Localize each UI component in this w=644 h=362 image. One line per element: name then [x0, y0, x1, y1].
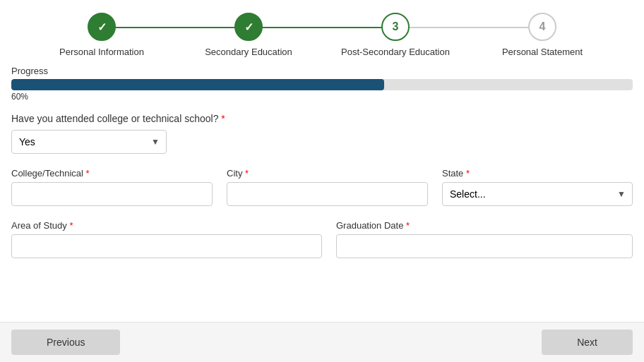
progress-label: Progress — [11, 66, 633, 76]
city-field: City * — [227, 168, 428, 206]
step-number-4: 4 — [539, 20, 546, 33]
grad-label: Graduation Date * — [336, 220, 633, 231]
stepper: ✓ Personal Information ✓ Secondary Educa… — [0, 0, 644, 66]
stepper-item-2: ✓ Secondary Education — [175, 13, 322, 57]
footer: Previous Next — [0, 322, 644, 362]
college-field: College/Technical * — [11, 168, 213, 206]
state-label: State * — [442, 168, 633, 179]
checkmark-icon-2: ✓ — [244, 20, 254, 34]
college-city-state-row: College/Technical * City * State * Selec… — [11, 168, 633, 206]
next-button[interactable]: Next — [542, 330, 633, 355]
college-input[interactable] — [11, 182, 213, 206]
progress-section: Progress 60% — [11, 66, 633, 102]
attendance-question-text: Have you attended college or technical s… — [11, 113, 218, 124]
stepper-item-4: 4 Personal Statement — [469, 13, 616, 57]
area-label: Area of Study * — [11, 220, 322, 231]
step-circle-2: ✓ — [234, 13, 263, 41]
college-label: College/Technical * — [11, 168, 213, 179]
progress-bar-fill — [11, 79, 384, 90]
stepper-item-3: 3 Post-Secondary Education — [322, 13, 469, 57]
attendance-select[interactable]: Yes No — [11, 130, 167, 154]
area-field: Area of Study * — [11, 220, 322, 258]
attendance-select-wrapper[interactable]: Yes No ▼ — [11, 130, 167, 154]
progress-percent-label: 60% — [11, 92, 633, 102]
step-label-2: Secondary Education — [205, 47, 292, 57]
step-circle-4: 4 — [528, 13, 556, 41]
step-label-3: Post-Secondary Education — [341, 47, 450, 57]
step-label-1: Personal Information — [59, 47, 144, 57]
area-input[interactable] — [11, 234, 322, 258]
progress-bar-background — [11, 79, 633, 90]
step-label-4: Personal Statement — [502, 47, 583, 57]
checkmark-icon-1: ✓ — [97, 20, 107, 34]
stepper-item-1: ✓ Personal Information — [28, 13, 175, 57]
attendance-question: Have you attended college or technical s… — [11, 113, 633, 124]
step-number-3: 3 — [393, 20, 399, 33]
state-select-wrapper[interactable]: Select... Alabama Alaska Arizona Califor… — [442, 182, 633, 206]
main-content: Progress 60% Have you attended college o… — [0, 66, 644, 258]
state-select[interactable]: Select... Alabama Alaska Arizona Califor… — [442, 182, 633, 206]
area-grad-row: Area of Study * Graduation Date * — [11, 220, 633, 258]
state-field: State * Select... Alabama Alaska Arizona… — [442, 168, 633, 206]
step-circle-3: 3 — [381, 13, 410, 41]
step-circle-1: ✓ — [88, 13, 116, 41]
previous-button[interactable]: Previous — [11, 330, 120, 355]
city-input[interactable] — [227, 182, 428, 206]
attendance-required-marker: * — [221, 113, 225, 124]
city-label: City * — [227, 168, 428, 179]
grad-input[interactable] — [336, 234, 633, 258]
grad-field: Graduation Date * — [336, 220, 633, 258]
